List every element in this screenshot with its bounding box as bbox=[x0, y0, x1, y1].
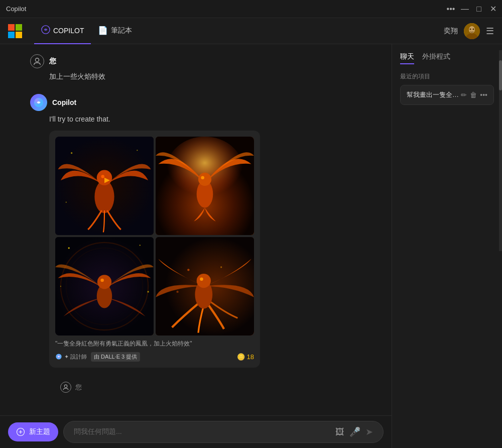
svg-rect-3 bbox=[16, 32, 22, 38]
copilot-tab-icon bbox=[41, 25, 50, 36]
content-area: 您 加上一些火焰特效 bbox=[0, 44, 502, 448]
bottom-user-indicator: 您 bbox=[30, 380, 361, 395]
user-message-author: 您 bbox=[49, 57, 56, 66]
title-bar-controls: ••• — □ ✕ bbox=[448, 6, 496, 12]
svg-point-36 bbox=[197, 274, 211, 288]
svg-point-23 bbox=[201, 176, 204, 179]
image-meta: ✦ 設計師 由 DALL·E 3 提供 🪙 18 bbox=[55, 352, 254, 362]
tab-notebook[interactable]: 📄 筆記本 bbox=[91, 18, 139, 44]
svg-point-17 bbox=[137, 150, 138, 151]
coin-icon: 🪙 bbox=[237, 353, 245, 361]
nav-tabs: COPILOT 📄 筆記本 bbox=[34, 18, 444, 44]
nav-right: 奕翔 ☰ bbox=[444, 23, 494, 39]
image-meta-left: ✦ 設計師 由 DALL·E 3 提供 bbox=[55, 352, 140, 362]
svg-rect-1 bbox=[16, 24, 22, 31]
microsoft-logo-icon bbox=[8, 24, 22, 38]
avatar-image bbox=[464, 23, 480, 39]
designer-icon bbox=[55, 353, 62, 360]
microphone-icon[interactable]: 🎤 bbox=[349, 426, 360, 437]
phoenix-image-1[interactable] bbox=[55, 137, 154, 235]
more-button[interactable]: ••• bbox=[448, 6, 454, 12]
svg-rect-0 bbox=[8, 24, 15, 31]
copilot-message: Copilot I'll try to create that. bbox=[30, 94, 361, 368]
svg-point-38 bbox=[187, 269, 189, 271]
sidebar: 聊天 外掛程式 最近的項目 幫我畫出一隻全身紅 ✏ 🗑 ••• bbox=[392, 44, 502, 448]
phoenix-image-4[interactable] bbox=[156, 237, 254, 335]
sidebar-recent-label: 最近的項目 bbox=[400, 72, 494, 81]
user-message-header: 您 bbox=[30, 54, 361, 68]
svg-point-8 bbox=[470, 28, 471, 30]
bottom-user-label: 您 bbox=[75, 383, 82, 392]
sidebar-recent-item[interactable]: 幫我畫出一隻全身紅 ✏ 🗑 ••• bbox=[400, 85, 494, 105]
svg-point-22 bbox=[198, 173, 211, 186]
delete-icon[interactable]: 🗑 bbox=[470, 91, 477, 99]
image-grid bbox=[55, 137, 254, 335]
svg-point-32 bbox=[60, 286, 61, 287]
svg-point-33 bbox=[147, 291, 149, 292]
new-topic-button[interactable]: 新主題 bbox=[8, 422, 58, 441]
app-container: COPILOT 📄 筆記本 奕翔 ☰ bbox=[0, 18, 502, 448]
main-chat: 您 加上一些火焰特效 bbox=[0, 44, 392, 448]
sidebar-tab-plugins[interactable]: 外掛程式 bbox=[422, 52, 450, 64]
svg-point-40 bbox=[176, 291, 178, 293]
svg-point-29 bbox=[100, 279, 104, 282]
svg-point-10 bbox=[35, 58, 39, 62]
app-title: Copilot bbox=[6, 5, 26, 13]
title-bar-left: Copilot bbox=[6, 5, 26, 13]
close-button[interactable]: ✕ bbox=[490, 6, 496, 12]
minimize-button[interactable]: — bbox=[462, 6, 468, 12]
bottom-bar: 新主題 問我任何問題... 🖼 🎤 ➤ bbox=[0, 415, 392, 448]
tab-copilot[interactable]: COPILOT bbox=[34, 18, 91, 44]
phoenix-svg-2 bbox=[156, 137, 254, 235]
user-name: 奕翔 bbox=[444, 27, 458, 36]
ms-logo bbox=[8, 24, 22, 38]
svg-point-16 bbox=[71, 152, 72, 154]
avatar[interactable] bbox=[464, 23, 480, 39]
coin-number: 18 bbox=[247, 353, 254, 361]
phoenix-image-2[interactable] bbox=[156, 137, 254, 235]
svg-point-15 bbox=[101, 175, 104, 178]
image-caption: "一隻全身紅色附有勇氣正義的鳳凰，加上火焰特效" bbox=[55, 340, 254, 348]
phoenix-svg-4 bbox=[156, 237, 254, 335]
copilot-message-author: Copilot bbox=[52, 98, 76, 106]
edit-icon[interactable]: ✏ bbox=[461, 91, 467, 99]
maximize-button[interactable]: □ bbox=[476, 6, 482, 12]
message-input-box[interactable]: 問我任何問題... 🖼 🎤 ➤ bbox=[63, 421, 384, 443]
input-placeholder: 問我任何問題... bbox=[74, 427, 122, 436]
copilot-message-header: Copilot bbox=[30, 94, 361, 111]
new-topic-icon bbox=[16, 427, 25, 436]
copilot-avatar-icon bbox=[30, 94, 47, 111]
user-avatar-icon bbox=[30, 54, 44, 68]
svg-rect-2 bbox=[8, 32, 15, 38]
dalle-badge: 由 DALL·E 3 提供 bbox=[91, 352, 140, 362]
hamburger-menu-icon[interactable]: ☰ bbox=[486, 26, 494, 37]
chat-messages: 您 加上一些火焰特效 bbox=[0, 44, 392, 415]
send-icon[interactable]: ➤ bbox=[365, 426, 373, 437]
bottom-user-icon bbox=[60, 382, 71, 393]
sidebar-item-actions: ✏ 🗑 ••• bbox=[461, 91, 487, 99]
phoenix-image-3[interactable] bbox=[55, 237, 154, 335]
svg-point-42 bbox=[64, 385, 67, 388]
scrollbar-track bbox=[499, 50, 502, 251]
more-options-icon[interactable]: ••• bbox=[480, 91, 487, 99]
new-topic-label: 新主題 bbox=[29, 427, 50, 436]
scrollbar-thumb[interactable] bbox=[499, 60, 502, 90]
image-attach-icon[interactable]: 🖼 bbox=[335, 427, 344, 437]
sidebar-tab-chat[interactable]: 聊天 bbox=[400, 52, 414, 64]
phoenix-svg-3 bbox=[55, 237, 154, 335]
copilot-message-content: I'll try to create that. bbox=[49, 114, 361, 125]
user-message-content: 加上一些火焰特效 bbox=[49, 71, 361, 82]
svg-point-28 bbox=[97, 275, 111, 289]
notebook-tab-icon: 📄 bbox=[98, 26, 108, 35]
svg-point-31 bbox=[140, 245, 141, 246]
title-bar: Copilot ••• — □ ✕ bbox=[0, 0, 502, 18]
svg-point-9 bbox=[473, 28, 474, 30]
input-actions: 🖼 🎤 ➤ bbox=[335, 426, 373, 437]
svg-point-39 bbox=[220, 266, 222, 268]
notebook-tab-label: 筆記本 bbox=[111, 26, 132, 35]
phoenix-svg-1 bbox=[55, 137, 154, 235]
svg-point-6 bbox=[469, 26, 475, 33]
svg-point-18 bbox=[66, 202, 67, 203]
designer-badge: ✦ 設計師 bbox=[55, 353, 87, 361]
image-grid-container: "一隻全身紅色附有勇氣正義的鳳凰，加上火焰特效" bbox=[49, 131, 260, 368]
